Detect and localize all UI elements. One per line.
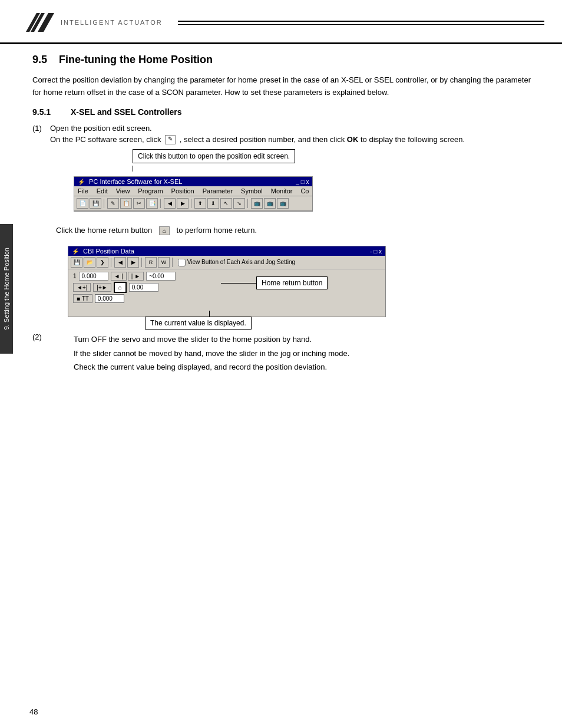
pos-titlebar: ⚡ CBI Position Data - □ x [68, 246, 385, 256]
step-2-line2: If the slider cannot be moved by hand, m… [74, 347, 349, 360]
step-1-num: (1) [32, 124, 50, 133]
tb-btn-5[interactable]: ✂ [133, 198, 145, 209]
section-title: 9.5 Fine-tuning the Home Position [32, 54, 538, 66]
tb-btn-3[interactable]: ✎ [107, 198, 119, 209]
pos-tb-5[interactable]: ▶ [127, 257, 139, 268]
menu-edit[interactable]: Edit [97, 187, 108, 195]
callout-line-1 [133, 166, 133, 172]
menu-program[interactable]: Program [138, 187, 163, 195]
screenshot-toolbar: 📄 💾 ✎ 📋 ✂ 📑 ◀ ▶ ⬆ ⬇ ↖ ↘ 📺 [74, 196, 312, 211]
home-return-annotation: Home return button [221, 276, 328, 289]
pos-toolbar: 💾 📂 ❯ ◀ ▶ R W View Button of Each Axis a… [68, 256, 385, 269]
tb-btn-1[interactable]: 📄 [77, 198, 88, 209]
pos-tb-sep3 [172, 258, 173, 267]
screenshot-titlebar: ⚡ PC Interface Software for X-SEL _ □ x [74, 177, 312, 186]
step-2-num: (2) [32, 332, 50, 341]
home-return-btn-icon[interactable]: ⌂ [159, 226, 170, 235]
tb-btn-11[interactable]: ↖ [220, 198, 232, 209]
step-1-content: Open the position edit screen. On the PC… [50, 124, 538, 220]
pos-btn-minus[interactable]: ◄ | [111, 272, 127, 281]
pos-data-area: ⚡ CBI Position Data - □ x 💾 📂 ❯ ◀ ▶ R W … [50, 240, 538, 321]
intro-paragraph: Correct the position deviation by changi… [32, 74, 538, 99]
screenshot-controls: _ □ x [296, 179, 309, 185]
current-value-annotation: The current value is displayed. [144, 311, 252, 330]
pos-tb-sep2 [141, 258, 143, 267]
tb-sep-4 [247, 199, 249, 208]
menu-parameter[interactable]: Parameter [203, 187, 233, 195]
section-heading: Fine-tuning the Home Position [59, 54, 213, 65]
step-2: (2) Turn OFF the servo and move the slid… [32, 332, 538, 374]
header-line-top [178, 21, 544, 22]
home-return-button[interactable]: ⌂ [114, 282, 127, 293]
screenshot-title: ⚡ PC Interface Software for X-SEL [78, 178, 182, 185]
step-1-detail: On the PC software screen, click ✎ , sel… [50, 135, 538, 145]
home-return-callout: Home return button [256, 276, 328, 289]
tb-btn-12[interactable]: ↘ [233, 198, 245, 209]
current-value-callout: The current value is displayed. [145, 317, 252, 330]
callout-box-1: Click this button to open the position e… [133, 149, 295, 163]
pos-left-btn[interactable]: ◄+| [73, 283, 91, 292]
pos-row-3: ■ TT 0.000 [73, 294, 381, 303]
pos-title: ⚡ CBI Position Data [72, 248, 134, 255]
callout-area-1: Click this button to open the position e… [85, 149, 538, 172]
side-tab: 9. Setting the Home Position [0, 224, 13, 354]
pos-field-3[interactable]: 0.00 [129, 283, 158, 292]
pos-field-2[interactable]: ~0.00 [146, 272, 176, 281]
pos-right-btn[interactable]: |+► [93, 283, 111, 292]
page-header: INTELLIGENT ACTUATOR [0, 0, 562, 44]
pos-btn-plus[interactable]: | ► [128, 272, 144, 281]
pos-tb-6[interactable]: R [145, 257, 157, 268]
tb-btn-14[interactable]: 📺 [264, 198, 276, 209]
tb-btn-13[interactable]: 📺 [251, 198, 263, 209]
tb-btn-8[interactable]: ▶ [177, 198, 189, 209]
pos-checkbox[interactable] [178, 259, 186, 266]
step-2-line1: Turn OFF the servo and move the slider t… [74, 332, 349, 346]
subsection-title: 9.5.1 X-SEL and SSEL Controllers [32, 107, 538, 117]
pos-tb-open[interactable]: 📂 [84, 257, 95, 268]
side-tab-label: 9. Setting the Home Position [3, 248, 10, 330]
menu-position[interactable]: Position [171, 187, 194, 195]
step-2-content: Turn OFF the servo and move the slider t… [74, 332, 349, 374]
pos-tb-save[interactable]: 💾 [71, 257, 82, 268]
company-logo [18, 7, 56, 38]
pos-checkbox-area: View Button of Each Axis and Jog Setting [178, 259, 295, 266]
logo-area: INTELLIGENT ACTUATOR [18, 7, 163, 38]
tb-sep-1 [104, 199, 105, 208]
menu-view[interactable]: View [116, 187, 130, 195]
pos-field-1[interactable]: 0.000 [79, 272, 108, 281]
step-1: (1) Open the position edit screen. On th… [32, 124, 538, 220]
subsection-number: 9.5.1 [32, 107, 51, 117]
step-1-label: Open the position edit screen. [50, 124, 538, 133]
page-number: 48 [29, 707, 38, 716]
annotation-line-cv [209, 311, 210, 317]
pos-tb-3[interactable]: ❯ [97, 257, 108, 268]
pos-tb-4[interactable]: ◀ [114, 257, 126, 268]
edit-icon: ✎ [165, 135, 176, 144]
step-2-line3: Check the current value being displayed,… [74, 360, 349, 374]
axis-label: 1 [73, 273, 77, 279]
tb-btn-7[interactable]: ◀ [164, 198, 176, 209]
software-screenshot: ⚡ PC Interface Software for X-SEL _ □ x … [74, 176, 313, 212]
menu-monitor[interactable]: Monitor [271, 187, 293, 195]
tb-btn-2[interactable]: 💾 [90, 198, 101, 209]
tb-btn-6[interactable]: 📑 [146, 198, 158, 209]
subsection-heading: X-SEL and SSEL Controllers [71, 107, 182, 117]
pos-tb-7[interactable]: W [158, 257, 170, 268]
pos-current-value[interactable]: 0.000 [95, 294, 124, 303]
header-lines [178, 21, 544, 25]
menu-symbol[interactable]: Symbol [241, 187, 263, 195]
pos-tb-sep1 [111, 258, 112, 267]
home-return-line: Click the home return button ⌂ to perfor… [56, 226, 538, 235]
tb-btn-10[interactable]: ⬇ [207, 198, 219, 209]
tb-btn-4[interactable]: 📋 [120, 198, 132, 209]
pos-btn-stop[interactable]: ■ TT [73, 294, 92, 303]
pos-titlebar-controls: - □ x [370, 248, 382, 255]
tb-btn-9[interactable]: ⬆ [194, 198, 206, 209]
menu-co[interactable]: Co [300, 187, 309, 195]
section-number: 9.5 [32, 54, 47, 65]
menu-file[interactable]: File [78, 187, 88, 195]
tb-btn-15[interactable]: 📺 [277, 198, 289, 209]
pos-btn-group-1: ◄ | | ► [111, 272, 144, 281]
company-name-label: INTELLIGENT ACTUATOR [61, 19, 163, 26]
tb-sep-3 [191, 199, 192, 208]
